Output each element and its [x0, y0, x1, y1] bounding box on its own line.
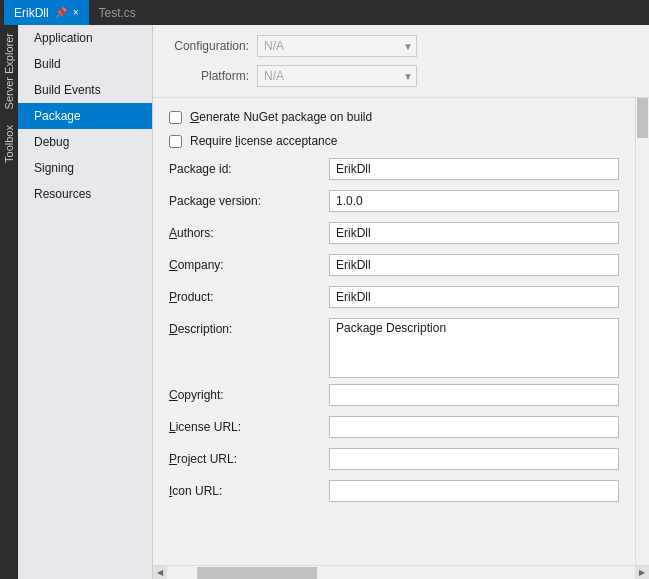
- vertical-scrollbar[interactable]: [635, 98, 649, 565]
- copyright-label: Copyright:: [169, 384, 329, 402]
- license-url-label: License URL:: [169, 416, 329, 434]
- title-bar: ErikDll 📌 × Test.cs: [0, 0, 649, 25]
- license-url-field: License URL:: [169, 416, 619, 442]
- description-input[interactable]: Package Description: [329, 318, 619, 378]
- configuration-label: Configuration:: [169, 39, 249, 53]
- content-area: Configuration: N/A ▼ Platform: N/A ▼: [153, 25, 649, 579]
- generate-nuget-row: Generate NuGet package on build: [169, 110, 619, 124]
- generate-nuget-checkbox[interactable]: [169, 111, 182, 124]
- company-input[interactable]: [329, 254, 619, 276]
- authors-field: Authors:: [169, 222, 619, 248]
- h-scroll-left-arrow[interactable]: ◀: [153, 566, 167, 580]
- configuration-row: Configuration: N/A ▼: [169, 35, 633, 57]
- tab-testcs[interactable]: Test.cs: [89, 0, 146, 25]
- product-input[interactable]: [329, 286, 619, 308]
- project-url-label: Project URL:: [169, 448, 329, 466]
- tab-erikdll[interactable]: ErikDll 📌 ×: [4, 0, 89, 25]
- icon-url-label: Icon URL:: [169, 480, 329, 498]
- sidebar-item-resources[interactable]: Resources: [18, 181, 152, 207]
- form-area: Generate NuGet package on build Require …: [153, 98, 635, 565]
- server-explorer-label[interactable]: Server Explorer: [1, 25, 17, 117]
- sidebar-item-signing[interactable]: Signing: [18, 155, 152, 181]
- project-url-field: Project URL:: [169, 448, 619, 474]
- tab-erikdll-close[interactable]: ×: [73, 7, 79, 18]
- h-scroll-track[interactable]: [167, 566, 635, 580]
- sidebar-item-build[interactable]: Build: [18, 51, 152, 77]
- platform-row: Platform: N/A ▼: [169, 65, 633, 87]
- package-version-label: Package version:: [169, 190, 329, 208]
- product-label: Product:: [169, 286, 329, 304]
- h-scroll-right-arrow[interactable]: ▶: [635, 566, 649, 580]
- package-id-input[interactable]: [329, 158, 619, 180]
- configuration-select[interactable]: N/A: [257, 35, 417, 57]
- product-field: Product:: [169, 286, 619, 312]
- platform-select-wrapper: N/A ▼: [257, 65, 417, 87]
- license-url-input[interactable]: [329, 416, 619, 438]
- horizontal-scrollbar: ◀ ▶: [153, 565, 649, 579]
- package-id-field: Package id:: [169, 158, 619, 184]
- configuration-select-wrapper: N/A ▼: [257, 35, 417, 57]
- tab-erikdll-label: ErikDll: [14, 6, 49, 20]
- main-layout: Server Explorer Toolbox Application Buil…: [0, 25, 649, 579]
- package-version-input[interactable]: [329, 190, 619, 212]
- icon-url-input[interactable]: [329, 480, 619, 502]
- authors-input[interactable]: [329, 222, 619, 244]
- generate-nuget-label[interactable]: Generate NuGet package on build: [190, 110, 372, 124]
- toolbox-label[interactable]: Toolbox: [1, 117, 17, 171]
- company-field: Company:: [169, 254, 619, 280]
- sidebar-item-package[interactable]: Package: [18, 103, 152, 129]
- project-url-input[interactable]: [329, 448, 619, 470]
- description-label: Description:: [169, 318, 329, 336]
- authors-label: Authors:: [169, 222, 329, 240]
- vertical-labels-panel: Server Explorer Toolbox: [0, 25, 18, 579]
- require-license-label[interactable]: Require license acceptance: [190, 134, 337, 148]
- vertical-scrollbar-thumb[interactable]: [637, 98, 648, 138]
- icon-url-field: Icon URL:: [169, 480, 619, 506]
- sidebar-item-debug[interactable]: Debug: [18, 129, 152, 155]
- sidebar-item-build-events[interactable]: Build Events: [18, 77, 152, 103]
- tab-testcs-label: Test.cs: [99, 6, 136, 20]
- company-label: Company:: [169, 254, 329, 272]
- copyright-input[interactable]: [329, 384, 619, 406]
- platform-select[interactable]: N/A: [257, 65, 417, 87]
- platform-label: Platform:: [169, 69, 249, 83]
- require-license-checkbox[interactable]: [169, 135, 182, 148]
- package-version-field: Package version:: [169, 190, 619, 216]
- tab-erikdll-pin[interactable]: 📌: [55, 7, 67, 18]
- h-scroll-thumb[interactable]: [197, 567, 317, 579]
- sidebar-item-application[interactable]: Application: [18, 25, 152, 51]
- description-field: Description: Package Description: [169, 318, 619, 378]
- config-bar: Configuration: N/A ▼ Platform: N/A ▼: [153, 25, 649, 98]
- copyright-field: Copyright:: [169, 384, 619, 410]
- sidebar: Application Build Build Events Package D…: [18, 25, 153, 579]
- form-area-wrapper: Generate NuGet package on build Require …: [153, 98, 649, 565]
- require-license-row: Require license acceptance: [169, 134, 619, 148]
- package-id-label: Package id:: [169, 158, 329, 176]
